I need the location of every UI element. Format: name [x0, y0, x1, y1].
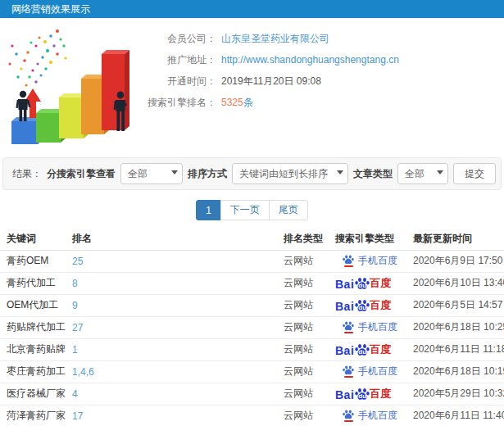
page-1-button[interactable]: 1 [196, 200, 221, 220]
promo-url-label: 推广地址： [148, 53, 216, 67]
update-time-cell: 2020年6月18日 10:25 [410, 316, 504, 338]
baidu-paw-icon: du [355, 343, 370, 356]
rank-type-cell: 云网站 [280, 294, 332, 316]
filter-bar: 结果： 分搜索引擎查看 全部 排序方式 关键词由短到长排序 文章类型 全部 提交 [2, 157, 502, 190]
article-type-label: 文章类型 [353, 167, 393, 181]
businessman-left [16, 91, 30, 121]
rank-type-cell: 云网站 [280, 338, 332, 360]
update-time-cell: 2020年6月11日 11:40 [410, 405, 504, 426]
baidu-logo-du: du [358, 282, 366, 289]
keyword-cell: 膏药OEM [0, 250, 69, 272]
header-rank-type: 排名类型 [280, 228, 332, 250]
pagination: 1 下一页 尾页 [0, 200, 504, 220]
baidu-paw-icon [343, 255, 354, 267]
baidu-paw-icon [343, 410, 354, 422]
baidu-paw-icon: du [355, 299, 370, 312]
article-type-select[interactable]: 全部 [397, 163, 448, 184]
article-type-select-wrap: 全部 [397, 163, 448, 184]
header-engine-type: 搜索引擎类型 [332, 228, 410, 250]
mobile-baidu-label: 手机百度 [358, 254, 397, 268]
ranking-count-row: 搜索引擎排名： 5325条 [148, 92, 399, 113]
promo-url-link[interactable]: http://www.shandonghuangshengtang.cn [221, 54, 399, 66]
baidu-logo-du: du [358, 304, 366, 311]
red-underline [344, 332, 353, 333]
rank-cell[interactable]: 1 [69, 338, 280, 360]
rank-cell[interactable]: 4 [69, 383, 280, 405]
account-info-fields: 会员公司： 山东皇圣堂药业有限公司 推广地址： http://www.shand… [148, 18, 399, 152]
next-page-button[interactable]: 下一页 [220, 200, 270, 220]
last-page-button[interactable]: 尾页 [269, 200, 308, 220]
results-table-body: 膏药OEM 25 云网站 手机百度 2020年6月9日 17:50 膏药代加工 … [0, 250, 504, 426]
mobile-baidu-badge[interactable]: 手机百度 [343, 365, 397, 378]
submit-button[interactable]: 提交 [453, 163, 496, 184]
rank-cell[interactable]: 9 [69, 294, 280, 316]
baidu-logo-bai: Bai [335, 278, 354, 291]
table-row: 菏泽膏药厂家 17 云网站 手机百度 2020年6月11日 11:40 [0, 405, 504, 426]
update-time-cell: 2020年6月5日 14:57 [410, 294, 504, 316]
open-time-row: 开通时间： 2019年11月20日 09:08 [148, 70, 399, 92]
table-row: 医疗器械厂家 4 云网站 Bai du 百度 2020年5月29日 10:32 [0, 383, 504, 405]
results-table: 关键词 排名 排名类型 搜索引擎类型 最新更新时间 膏药OEM 25 云网站 手 [0, 228, 504, 426]
baidu-paw-icon: du [355, 277, 370, 290]
open-time-label: 开通时间： [148, 75, 216, 88]
baidu-logo-cn: 百度 [370, 342, 391, 357]
keyword-cell: 枣庄膏药加工 [0, 360, 69, 383]
red-underline [344, 376, 353, 378]
baidu-logo-du: du [358, 392, 366, 400]
update-time-cell: 2020年5月29日 10:32 [410, 383, 504, 405]
keyword-cell: 膏药代加工 [0, 272, 69, 294]
update-time-cell: 2020年6月9日 17:50 [410, 250, 504, 272]
mobile-baidu-badge[interactable]: 手机百度 [343, 254, 397, 268]
baidu-logo-badge[interactable]: Bai du 百度 [335, 387, 391, 401]
engine-cell: 手机百度 [332, 360, 410, 383]
baidu-logo-bai: Bai [335, 300, 354, 313]
table-row: 膏药OEM 25 云网站 手机百度 2020年6月9日 17:50 [0, 250, 504, 272]
sort-filter-select-wrap: 关键词由短到长排序 [232, 163, 348, 184]
engine-cell: 手机百度 [332, 316, 410, 338]
ranking-count-suffix: 条 [243, 96, 253, 110]
rank-cell[interactable]: 25 [69, 250, 280, 272]
keyword-cell: OEM代加工 [0, 294, 69, 316]
baidu-logo-cn: 百度 [370, 276, 391, 291]
table-row: 枣庄膏药加工 1,4,6 云网站 手机百度 2020年6月18日 10:19 [0, 360, 504, 383]
engine-cell: Bai du 百度 [332, 294, 410, 316]
header-keyword: 关键词 [0, 228, 69, 250]
member-company-row: 会员公司： 山东皇圣堂药业有限公司 [148, 28, 399, 49]
baidu-logo-cn: 百度 [370, 387, 391, 401]
baidu-logo-cn: 百度 [370, 298, 391, 313]
page-title: 网络营销效果展示 [11, 2, 90, 16]
update-time-cell: 2020年6月10日 13:40 [410, 272, 504, 294]
confetti-dots [8, 29, 66, 87]
table-row: OEM代加工 9 云网站 Bai du 百度 2020年6月5日 14:57 [0, 294, 504, 316]
sort-filter-select[interactable]: 关键词由短到长排序 [232, 163, 348, 184]
member-company-link[interactable]: 山东皇圣堂药业有限公司 [221, 32, 329, 46]
baidu-paw-icon: du [355, 387, 370, 401]
red-underline [344, 265, 353, 267]
mobile-baidu-badge[interactable]: 手机百度 [343, 320, 397, 334]
keyword-cell: 北京膏药贴牌 [0, 338, 69, 360]
rank-type-cell: 云网站 [280, 250, 332, 272]
rank-type-cell: 云网站 [280, 316, 332, 338]
mobile-baidu-badge[interactable]: 手机百度 [343, 409, 397, 423]
result-label: 结果： [12, 167, 42, 181]
engine-filter-select[interactable]: 全部 [120, 163, 183, 184]
engine-cell: Bai du 百度 [332, 338, 410, 360]
rank-cell[interactable]: 8 [69, 272, 280, 294]
baidu-logo-badge[interactable]: Bai du 百度 [335, 276, 391, 291]
rank-type-cell: 云网站 [280, 405, 332, 426]
rank-cell[interactable]: 17 [69, 405, 280, 426]
rank-cell[interactable]: 27 [69, 316, 280, 338]
red-underline [344, 420, 353, 422]
baidu-logo-badge[interactable]: Bai du 百度 [335, 342, 391, 357]
engine-filter-select-wrap: 全部 [120, 163, 183, 184]
baidu-logo-badge[interactable]: Bai du 百度 [335, 298, 391, 313]
ranking-count-value: 5325 [221, 97, 243, 108]
mobile-baidu-label: 手机百度 [358, 409, 397, 423]
growth-chart-illustration [0, 21, 148, 151]
baidu-logo-bai: Bai [335, 388, 354, 401]
keyword-cell: 医疗器械厂家 [0, 383, 69, 405]
rank-cell[interactable]: 1,4,6 [69, 360, 280, 383]
table-row: 北京膏药贴牌 1 云网站 Bai du 百度 2020年6月11日 11:18 [0, 338, 504, 360]
engine-cell: 手机百度 [332, 250, 410, 272]
mobile-baidu-label: 手机百度 [358, 320, 397, 334]
